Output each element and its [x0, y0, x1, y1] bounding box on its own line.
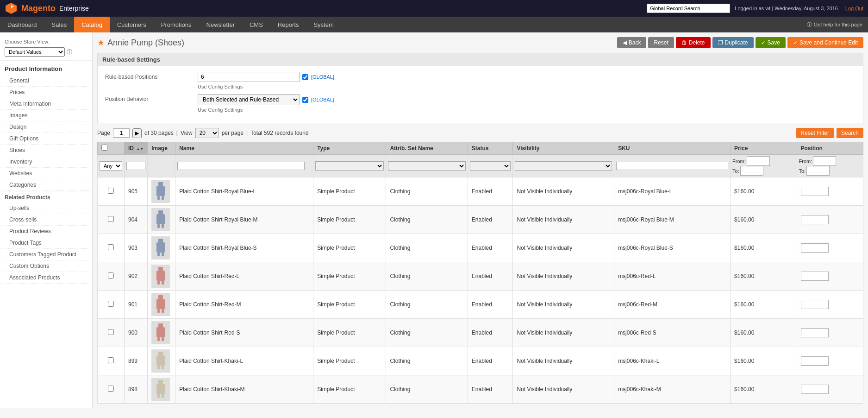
- position-input[interactable]: [801, 356, 829, 366]
- sidebar-item-images[interactable]: Images: [0, 110, 92, 121]
- filter-sku-input[interactable]: [616, 162, 728, 170]
- select-all-checkbox[interactable]: [101, 145, 107, 151]
- filter-visibility-select[interactable]: [515, 161, 612, 171]
- svg-rect-18: [158, 295, 163, 299]
- sidebar-item-customers-tagged[interactable]: Customers Tagged Product: [0, 249, 92, 260]
- svg-rect-6: [158, 210, 163, 214]
- rule-based-positions-global-link[interactable]: [GLOBAL]: [311, 74, 334, 80]
- svg-rect-15: [156, 271, 165, 281]
- sidebar-item-product-reviews[interactable]: Product Reviews: [0, 226, 92, 237]
- th-status[interactable]: Status: [468, 142, 513, 155]
- menu-item-newsletter[interactable]: Newsletter: [199, 17, 242, 32]
- sidebar-item-categories[interactable]: Categories: [0, 179, 92, 191]
- rule-based-positions-input[interactable]: [198, 72, 300, 82]
- rule-based-positions-checkbox[interactable]: [302, 74, 308, 80]
- th-attrib-set[interactable]: Attrib. Set Name: [386, 142, 468, 155]
- reset-filter-button[interactable]: Reset Filter: [796, 128, 834, 138]
- filter-price-from[interactable]: [747, 156, 770, 166]
- menu-item-catalog[interactable]: Catalog: [74, 17, 110, 32]
- position-input[interactable]: [801, 385, 829, 394]
- filter-price-to[interactable]: [740, 166, 763, 176]
- sidebar-item-inventory[interactable]: Inventory: [0, 156, 92, 168]
- row-checkbox[interactable]: [108, 301, 114, 307]
- th-visibility[interactable]: Visibility: [513, 142, 614, 155]
- sidebar-item-up-sells[interactable]: Up-sells: [0, 203, 92, 214]
- menu-item-promotions[interactable]: Promotions: [154, 17, 199, 32]
- svg-rect-30: [158, 380, 163, 384]
- row-price: $160.00: [731, 206, 797, 234]
- per-page-select[interactable]: 20 50 100: [195, 128, 219, 138]
- sidebar-item-prices[interactable]: Prices: [0, 87, 92, 98]
- sidebar-item-custom-options[interactable]: Custom Options: [0, 260, 92, 272]
- th-price[interactable]: Price: [731, 142, 797, 155]
- filter-pos-from[interactable]: [813, 156, 836, 166]
- row-checkbox[interactable]: [108, 216, 114, 222]
- filter-pos-to[interactable]: [806, 166, 830, 176]
- back-button[interactable]: ◀ Back: [617, 37, 647, 48]
- sidebar-item-general[interactable]: General: [0, 75, 92, 87]
- filter-attrib-select[interactable]: [388, 161, 465, 171]
- position-input[interactable]: [801, 300, 829, 309]
- row-status: Enabled: [468, 319, 513, 347]
- save-icon: ✓: [761, 39, 766, 46]
- filter-name-input[interactable]: [177, 162, 305, 170]
- position-input[interactable]: [801, 272, 829, 281]
- sidebar-item-cross-sells[interactable]: Cross-sells: [0, 214, 92, 226]
- rule-based-positions-row: Rule-based Positions [GLOBAL] Use Config…: [105, 72, 856, 89]
- id-sort-arrows[interactable]: ▲▼: [136, 147, 144, 151]
- position-behavior-select[interactable]: Both Selected and Rule-Based: [198, 94, 300, 105]
- global-search[interactable]: [647, 4, 730, 13]
- rule-based-positions-label: Rule-based Positions: [105, 72, 198, 80]
- menu-item-system[interactable]: System: [306, 17, 341, 32]
- duplicate-button[interactable]: ❐ Duplicate: [712, 37, 754, 48]
- help-link[interactable]: ⓘ Get help for this page: [807, 17, 868, 32]
- position-behavior-global-link[interactable]: [GLOBAL]: [311, 97, 334, 102]
- th-sku[interactable]: SKU: [614, 142, 731, 155]
- position-input[interactable]: [801, 243, 829, 253]
- sidebar-item-meta-information[interactable]: Meta Information: [0, 98, 92, 110]
- sidebar-item-shoes[interactable]: Shoes: [0, 145, 92, 156]
- menu-item-reports[interactable]: Reports: [270, 17, 306, 32]
- page-next-btn[interactable]: ▶: [132, 128, 142, 138]
- reset-button[interactable]: Reset: [648, 37, 674, 48]
- position-behavior-use-config: Use Config Settings: [198, 107, 334, 113]
- row-checkbox[interactable]: [108, 386, 114, 392]
- filter-status-select[interactable]: [470, 161, 511, 171]
- global-search-input[interactable]: [647, 4, 730, 13]
- menu-item-sales[interactable]: Sales: [44, 17, 75, 32]
- delete-button[interactable]: 🗑 Delete: [676, 37, 711, 48]
- row-checkbox[interactable]: [108, 329, 114, 335]
- row-checkbox[interactable]: [108, 357, 114, 363]
- sidebar-item-product-tags[interactable]: Product Tags: [0, 237, 92, 249]
- sidebar-item-design[interactable]: Design: [0, 121, 92, 133]
- sidebar-item-websites[interactable]: Websites: [0, 168, 92, 179]
- th-type[interactable]: Type: [313, 142, 386, 155]
- page-input[interactable]: [113, 128, 130, 138]
- save-button[interactable]: ✓ Save: [756, 37, 786, 48]
- store-view-dropdown[interactable]: Default Values: [5, 47, 65, 57]
- menu-item-dashboard[interactable]: Dashboard: [0, 17, 44, 32]
- th-position[interactable]: Position: [797, 142, 863, 155]
- sidebar-item-associated-products[interactable]: Associated Products: [0, 272, 92, 284]
- svg-rect-24: [157, 337, 160, 341]
- search-button[interactable]: Search: [837, 128, 863, 138]
- row-checkbox[interactable]: [108, 188, 114, 194]
- menu-item-customers[interactable]: Customers: [110, 17, 154, 32]
- sidebar-item-gift-options[interactable]: Gift Options: [0, 133, 92, 145]
- row-checkbox[interactable]: [108, 244, 114, 250]
- th-name[interactable]: Name: [175, 142, 313, 155]
- logout-link[interactable]: Log Out: [845, 6, 863, 11]
- filter-id-input[interactable]: [126, 162, 145, 170]
- row-attrib-set: Clothing: [386, 319, 468, 347]
- save-continue-button[interactable]: ✓ Save and Continue Edit: [787, 37, 863, 48]
- position-input[interactable]: [801, 187, 829, 196]
- th-id[interactable]: ID ▲▼: [125, 142, 148, 155]
- position-behavior-checkbox[interactable]: [302, 97, 308, 103]
- svg-rect-4: [157, 196, 160, 200]
- filter-type-select[interactable]: [315, 161, 384, 171]
- row-checkbox[interactable]: [108, 272, 114, 279]
- menu-item-cms[interactable]: CMS: [242, 17, 270, 32]
- filter-any-select[interactable]: Any: [100, 161, 122, 171]
- position-input[interactable]: [801, 215, 829, 224]
- position-input[interactable]: [801, 328, 829, 337]
